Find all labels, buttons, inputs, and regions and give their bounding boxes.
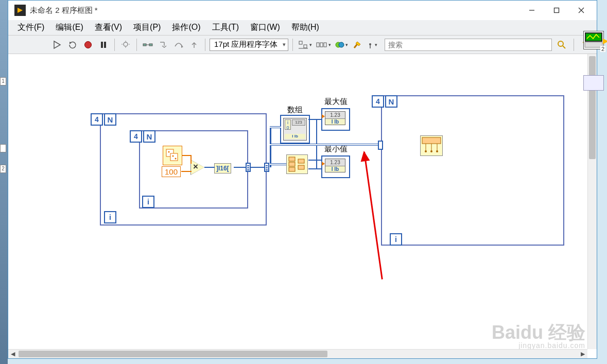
separator — [114, 39, 115, 51]
desktop-badge: 1 — [0, 77, 6, 85]
svg-point-26 — [339, 42, 344, 47]
svg-point-28 — [369, 43, 371, 45]
wire — [190, 155, 192, 164]
align-button[interactable]: ▾ — [297, 39, 313, 51]
svg-point-30 — [558, 41, 563, 46]
constant-100[interactable]: 100 — [162, 166, 181, 177]
random-node[interactable] — [163, 146, 182, 165]
to-i16-node[interactable]: ]I16[ — [214, 163, 231, 174]
wire — [316, 160, 317, 169]
svg-rect-9 — [104, 42, 106, 48]
menu-project[interactable]: 项目(P) — [128, 20, 166, 35]
separator — [292, 39, 293, 51]
menu-file[interactable]: 文件(F) — [12, 20, 49, 35]
menu-edit[interactable]: 编辑(E) — [50, 20, 88, 35]
side-palette: 2 ▶ — [583, 31, 606, 91]
scrollbar-thumb[interactable] — [19, 351, 327, 357]
wire — [308, 160, 322, 161]
svg-rect-23 — [320, 43, 323, 47]
wire — [308, 119, 322, 120]
svg-point-36 — [175, 158, 177, 160]
run-button[interactable] — [50, 38, 64, 51]
scroll-left-icon[interactable]: ◀ — [8, 350, 18, 358]
wire-to-loop3 — [270, 144, 378, 146]
desktop-background-strip — [0, 0, 8, 364]
menu-tools[interactable]: 工具(T) — [207, 20, 244, 35]
horizontal-scrollbar[interactable]: ◀ ▶ — [8, 349, 587, 358]
loop3-tunnel[interactable] — [378, 141, 383, 150]
cleanup-button[interactable] — [351, 39, 363, 51]
step-out-button[interactable] — [187, 38, 201, 51]
resize-button[interactable]: ▾ — [334, 39, 349, 51]
search-icon[interactable] — [554, 38, 569, 51]
loop1-i: i — [104, 211, 116, 223]
desktop-badge: 2 — [0, 165, 6, 173]
reorder-button[interactable]: ▾ — [366, 39, 378, 51]
window-title: 未命名 2 程序框图 * — [30, 6, 519, 15]
svg-rect-42 — [422, 137, 441, 144]
desktop-badge — [0, 144, 6, 152]
svg-rect-15 — [143, 44, 146, 46]
palette-badge: 2 — [600, 46, 605, 52]
block-diagram-canvas[interactable]: 4 N i 4 N i 100 ]I16[ — [8, 54, 597, 358]
minimize-button[interactable] — [519, 2, 544, 19]
step-into-button[interactable] — [157, 38, 170, 51]
loop3-i: i — [390, 233, 402, 246]
loop2-i: i — [142, 196, 154, 208]
run-continuous-button[interactable] — [66, 38, 79, 51]
svg-rect-39 — [289, 167, 295, 171]
vertical-scrollbar[interactable] — [587, 54, 597, 349]
svg-rect-24 — [324, 43, 326, 47]
svg-rect-22 — [317, 43, 319, 47]
svg-rect-17 — [149, 44, 152, 46]
pause-button[interactable] — [97, 38, 110, 51]
scroll-right-icon[interactable]: ▶ — [578, 350, 587, 358]
search-input[interactable] — [388, 41, 548, 49]
multiply-node[interactable] — [191, 160, 204, 175]
svg-rect-33 — [170, 153, 178, 161]
highlight-exec-button[interactable] — [119, 38, 132, 51]
svg-point-48 — [436, 150, 438, 152]
loop2-tunnel[interactable] — [246, 163, 251, 172]
min-indicator: 1.23 I lb — [325, 159, 345, 172]
loop1-N: N — [104, 113, 116, 126]
vi-icon-button[interactable]: 2 ▶ — [583, 31, 604, 49]
svg-point-47 — [430, 150, 432, 152]
app-icon — [14, 5, 26, 16]
menu-window[interactable]: 窗口(W) — [245, 20, 285, 35]
diagram: 4 N i 4 N i 100 ]I16[ — [8, 54, 587, 349]
svg-point-7 — [85, 41, 92, 48]
max-label: 最大值 — [324, 97, 348, 107]
subvi-node[interactable] — [420, 135, 443, 156]
wire — [204, 167, 215, 168]
abort-button[interactable] — [81, 38, 95, 51]
svg-rect-41 — [298, 165, 304, 169]
svg-rect-40 — [298, 159, 304, 163]
loop3-count[interactable]: 4 — [372, 95, 384, 108]
palette-slot[interactable] — [583, 75, 604, 91]
svg-point-10 — [124, 42, 128, 46]
menu-operate[interactable]: 操作(O) — [167, 20, 205, 35]
maximize-button[interactable] — [544, 2, 569, 19]
loop2-count[interactable]: 4 — [130, 130, 142, 143]
step-over-button[interactable] — [172, 38, 185, 51]
menu-view[interactable]: 查看(V) — [90, 20, 127, 35]
array-maxmin-node[interactable] — [286, 154, 308, 174]
retain-wire-button[interactable] — [141, 38, 154, 51]
loop1-count[interactable]: 4 — [91, 113, 103, 126]
svg-rect-38 — [289, 162, 295, 166]
loop3-N: N — [385, 95, 397, 108]
svg-marker-0 — [18, 8, 23, 13]
svg-point-34 — [168, 151, 170, 153]
labview-window: 未命名 2 程序框图 * 文件(F) 编辑(E) 查看(V) 项目(P) 操作(… — [8, 0, 597, 359]
close-button[interactable] — [569, 2, 594, 19]
for-loop-right[interactable] — [381, 95, 564, 246]
separator — [574, 39, 574, 51]
wire — [270, 126, 271, 167]
search-box[interactable] — [385, 39, 552, 51]
wire — [316, 119, 317, 160]
font-selector[interactable]: 17pt 应用程序字体 — [210, 39, 288, 51]
menu-help[interactable]: 帮助(H) — [286, 20, 324, 35]
distribute-button[interactable]: ▾ — [315, 39, 332, 51]
svg-point-46 — [425, 150, 427, 152]
